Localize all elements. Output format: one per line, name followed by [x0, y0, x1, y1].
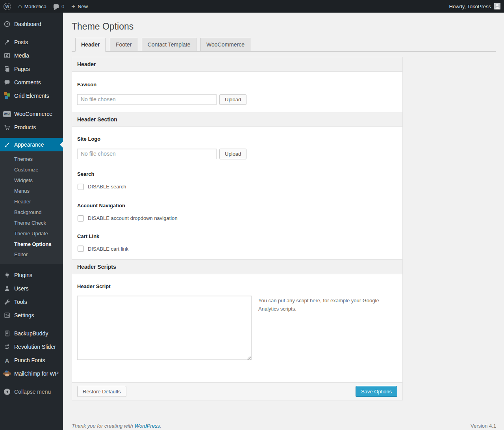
new-content-menu[interactable]: + New	[68, 0, 91, 13]
sidebar-item-mailchimp[interactable]: MailChimp for WP	[0, 367, 63, 380]
revolution-slider-icon	[3, 343, 11, 351]
sidebar-item-settings[interactable]: Settings	[0, 309, 63, 322]
footer-thanks-prefix: Thank you for creating with	[72, 423, 135, 429]
plus-icon: +	[71, 3, 75, 10]
dashboard-icon	[3, 20, 11, 28]
sidebar-label: Appearance	[14, 141, 44, 148]
sidebar-item-posts[interactable]: Posts	[0, 35, 63, 49]
section-header-scripts: Header Scripts	[72, 259, 402, 274]
submenu-theme-options[interactable]: Theme Options	[0, 239, 63, 250]
sidebar-item-comments[interactable]: Comments	[0, 76, 63, 89]
sidebar-item-woocommerce[interactable]: Woo WooCommerce	[0, 107, 63, 121]
search-label: Search	[77, 171, 397, 177]
tab-bar: Header Footer Contact Template WooCommer…	[72, 38, 496, 52]
posts-icon	[3, 38, 11, 46]
plugin-icon	[3, 271, 11, 279]
sidebar-item-tools[interactable]: Tools	[0, 295, 63, 309]
sidebar-item-products[interactable]: Products	[0, 121, 63, 134]
main-content: Theme Options Header Footer Contact Temp…	[63, 13, 504, 430]
sidebar-item-dashboard[interactable]: Dashboard	[0, 17, 63, 31]
submenu-theme-check[interactable]: Theme Check	[0, 218, 63, 229]
wrench-icon	[3, 298, 11, 306]
sidebar-item-punch-fonts[interactable]: A Punch Fonts	[0, 354, 63, 367]
woocommerce-icon: Woo	[3, 110, 11, 118]
site-name: Marketica	[24, 4, 46, 9]
comments-count: 0	[61, 4, 64, 9]
footer-thanks-text: Thank you for creating with WordPress.	[72, 423, 161, 429]
settings-icon	[3, 311, 11, 319]
header-script-label: Header Script	[77, 284, 397, 290]
account-navigation-label: Account Navigation	[77, 203, 397, 209]
collapse-menu-button[interactable]: Collapse menu	[0, 385, 63, 398]
collapse-arrow-icon	[3, 388, 11, 396]
wordpress-menu[interactable]: W	[0, 0, 15, 13]
sidebar-label: Media	[14, 52, 29, 59]
favicon-upload-button[interactable]: Upload	[219, 94, 246, 105]
sidebar-item-revolution-slider[interactable]: Revolution Slider	[0, 340, 63, 354]
site-logo-upload-button[interactable]: Upload	[219, 149, 246, 159]
sidebar-item-users[interactable]: Users	[0, 282, 63, 295]
submenu-theme-update[interactable]: Theme Update	[0, 229, 63, 239]
section-header: Header	[72, 57, 402, 72]
wordpress-logo-icon: W	[4, 3, 11, 10]
restore-defaults-button[interactable]: Restore Defaults	[77, 386, 126, 397]
site-link[interactable]: ⌂ Marketica	[15, 0, 50, 13]
pages-icon	[3, 65, 11, 73]
sidebar-item-plugins[interactable]: Plugins	[0, 268, 63, 282]
sidebar-label: Products	[14, 124, 36, 130]
favicon-file-input[interactable]	[77, 94, 217, 105]
mailchimp-monkey-icon	[3, 370, 11, 378]
submenu-header[interactable]: Header	[0, 197, 63, 207]
sidebar-item-backupbuddy[interactable]: BackupBuddy	[0, 327, 63, 340]
section-header-section: Header Section	[72, 112, 402, 127]
submenu-background[interactable]: Background	[0, 207, 63, 218]
current-menu-arrow	[60, 141, 63, 148]
disable-account-nav-checkbox[interactable]	[78, 215, 84, 222]
sidebar-item-grid-elements[interactable]: Grid Elements	[0, 89, 63, 102]
disable-cart-link-text: DISABLE cart link	[88, 246, 128, 252]
sidebar-label: Settings	[14, 312, 34, 318]
tab-footer[interactable]: Footer	[110, 38, 137, 52]
sidebar-item-media[interactable]: Media	[0, 49, 63, 62]
site-logo-file-input[interactable]	[77, 149, 217, 159]
sidebar-item-appearance[interactable]: Appearance	[0, 138, 63, 151]
home-icon: ⌂	[18, 3, 22, 9]
comment-bubble-icon	[54, 4, 59, 8]
panel-footer: Restore Defaults Save Options	[72, 382, 402, 400]
header-script-textarea[interactable]	[77, 296, 252, 360]
disable-account-nav-text: DISABLE account dropdown navigation	[88, 215, 178, 221]
page-footer: Thank you for creating with WordPress. V…	[72, 423, 496, 429]
cart-link-label: Cart Link	[77, 234, 397, 240]
site-logo-label: Site Logo	[77, 136, 397, 142]
tab-header[interactable]: Header	[75, 38, 106, 52]
submenu-editor[interactable]: Editor	[0, 249, 63, 260]
grid-elements-icon	[3, 92, 11, 100]
submenu-widgets[interactable]: Widgets	[0, 175, 63, 186]
user-avatar[interactable]	[494, 3, 500, 9]
sidebar-label: Punch Fonts	[14, 357, 45, 363]
favicon-label: Favicon	[77, 82, 397, 88]
howdy-account-link[interactable]: Howdy, TokoPress	[449, 4, 491, 9]
theme-options-panel: Header Favicon Upload Header Section Sit…	[72, 57, 403, 401]
sidebar-label: Grid Elements	[14, 93, 49, 99]
admin-sidebar: Dashboard Posts Media Pages Comments Gri…	[0, 13, 63, 430]
user-icon	[3, 285, 11, 292]
comments-icon	[3, 78, 11, 86]
submenu-themes[interactable]: Themes	[0, 154, 63, 165]
submenu-menus[interactable]: Menus	[0, 186, 63, 197]
sidebar-label: Comments	[14, 79, 41, 86]
submenu-customize[interactable]: Customize	[0, 165, 63, 175]
sidebar-label: MailChimp for WP	[14, 370, 59, 377]
wordpress-link[interactable]: WordPress	[135, 423, 160, 429]
sidebar-label: Revolution Slider	[14, 344, 56, 350]
comments-shortcut[interactable]: 0	[50, 0, 68, 13]
save-options-button[interactable]: Save Options	[356, 386, 397, 397]
media-icon	[3, 52, 11, 60]
sidebar-item-pages[interactable]: Pages	[0, 62, 63, 76]
tab-contact-template[interactable]: Contact Template	[142, 38, 196, 52]
disable-search-checkbox[interactable]	[78, 184, 84, 190]
punch-fonts-icon: A	[3, 356, 11, 364]
disable-cart-link-checkbox[interactable]	[78, 246, 84, 252]
tab-woocommerce[interactable]: WooCommerce	[200, 38, 250, 52]
backupbuddy-icon	[3, 329, 11, 337]
